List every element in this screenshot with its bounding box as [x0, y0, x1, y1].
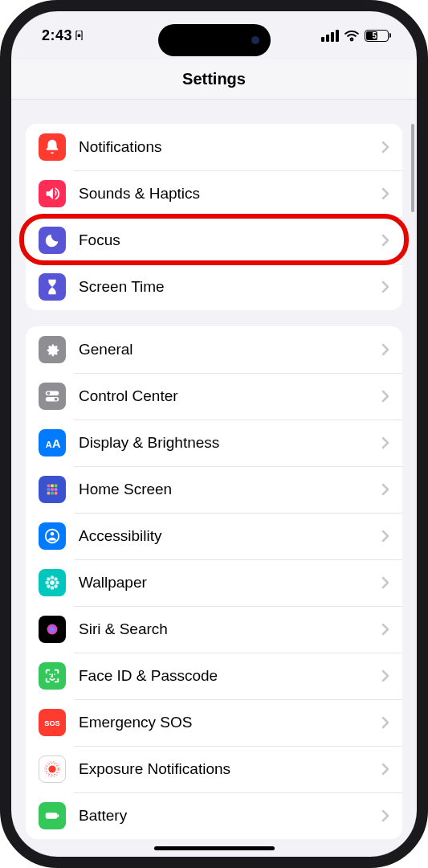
svg-point-21 — [51, 575, 55, 579]
row-label: Notifications — [79, 138, 381, 156]
svg-point-18 — [46, 530, 59, 543]
exposure-icon — [39, 755, 66, 783]
moon-icon — [39, 227, 66, 254]
row-label: Emergency SOS — [79, 714, 381, 731]
row-label: Sounds & Haptics — [79, 185, 381, 203]
svg-rect-16 — [51, 492, 54, 495]
settings-row-sounds-haptics[interactable]: Sounds & Haptics — [26, 170, 402, 217]
settings-row-general[interactable]: General — [26, 326, 402, 373]
bell-icon — [39, 133, 66, 161]
settings-row-notifications[interactable]: Notifications — [26, 124, 402, 170]
chevron-right-icon — [381, 234, 389, 247]
svg-rect-10 — [51, 485, 54, 488]
chevron-right-icon — [381, 809, 389, 822]
svg-rect-15 — [47, 492, 51, 495]
settings-row-face-id-passcode[interactable]: Face ID & Passcode — [26, 653, 402, 699]
siri-icon — [39, 616, 66, 643]
settings-row-exposure-notifications[interactable]: Exposure Notifications — [26, 746, 402, 792]
chevron-right-icon — [381, 576, 389, 589]
chevron-right-icon — [381, 763, 389, 776]
volume-up-button — [0, 228, 2, 285]
scroll-indicator — [411, 124, 414, 212]
svg-text:SOS: SOS — [44, 719, 59, 727]
row-label: General — [79, 341, 381, 358]
svg-rect-11 — [55, 485, 58, 488]
sos-icon: SOS — [39, 709, 66, 736]
svg-point-26 — [54, 577, 58, 581]
row-label: Display & Brightness — [79, 434, 381, 452]
chevron-right-icon — [381, 187, 389, 200]
row-label: Face ID & Passcode — [79, 667, 381, 685]
settings-row-siri-search[interactable]: Siri & Search — [26, 606, 402, 653]
svg-rect-1 — [78, 34, 81, 37]
side-button — [0, 172, 2, 201]
svg-rect-17 — [55, 492, 58, 495]
settings-list[interactable]: Notifications Sounds & Haptics Focus Scr… — [11, 100, 417, 857]
svg-point-25 — [47, 577, 51, 581]
svg-rect-38 — [57, 814, 59, 817]
time-text: 2:43 — [42, 27, 72, 44]
settings-row-home-screen[interactable]: Home Screen — [26, 466, 402, 513]
settings-row-accessibility[interactable]: Accessibility — [26, 513, 402, 559]
chevron-right-icon — [381, 390, 389, 403]
volume-down-button — [0, 301, 2, 357]
chevron-right-icon — [381, 436, 389, 449]
battery-percentage: 51 — [372, 31, 381, 40]
row-label: Focus — [79, 231, 381, 249]
svg-point-30 — [47, 624, 58, 635]
status-time: 2:43 — [42, 27, 83, 44]
nav-header: Settings — [11, 59, 417, 100]
faceid-icon — [39, 662, 66, 690]
svg-point-5 — [55, 398, 58, 401]
row-label: Siri & Search — [79, 620, 381, 638]
chevron-right-icon — [381, 483, 389, 496]
settings-row-screen-time[interactable]: Screen Time — [26, 264, 402, 310]
cellular-signal-icon — [321, 30, 339, 42]
hourglass-icon — [39, 273, 66, 301]
svg-point-28 — [54, 584, 58, 588]
home-indicator[interactable] — [154, 846, 275, 850]
wifi-icon — [344, 30, 360, 42]
svg-point-20 — [50, 580, 55, 585]
row-label: Screen Time — [79, 278, 381, 296]
svg-point-31 — [49, 674, 51, 675]
svg-text:A: A — [46, 440, 52, 449]
chevron-right-icon — [381, 716, 389, 729]
settings-row-display-brightness[interactable]: AA Display & Brightness — [26, 420, 402, 466]
row-label: Exposure Notifications — [79, 760, 381, 778]
speaker-icon — [39, 180, 66, 207]
chevron-right-icon — [381, 669, 389, 682]
row-label: Control Center — [79, 387, 381, 405]
svg-point-23 — [45, 581, 49, 585]
svg-point-24 — [55, 581, 59, 585]
svg-text:A: A — [52, 437, 61, 450]
gear-icon — [39, 336, 66, 363]
phone-frame: 2:43 51 Settings Notifications — [0, 0, 428, 868]
settings-row-wallpaper[interactable]: Wallpaper — [26, 559, 402, 606]
row-label: Home Screen — [79, 481, 381, 498]
svg-rect-13 — [51, 488, 54, 491]
chevron-right-icon — [381, 280, 389, 293]
settings-row-battery[interactable]: Battery — [26, 792, 402, 839]
svg-point-34 — [48, 765, 55, 772]
person-circle-icon — [39, 522, 66, 550]
chevron-right-icon — [381, 343, 389, 356]
svg-point-32 — [54, 674, 55, 675]
chevron-right-icon — [381, 141, 389, 154]
settings-row-control-center[interactable]: Control Center — [26, 373, 402, 420]
chevron-right-icon — [381, 623, 389, 636]
battery-icon: 51 — [365, 30, 391, 42]
settings-row-emergency-sos[interactable]: SOS Emergency SOS — [26, 699, 402, 746]
settings-group: General Control Center AA Display & Brig… — [26, 326, 402, 839]
svg-point-27 — [47, 584, 51, 588]
svg-point-22 — [51, 586, 55, 590]
lock-orientation-icon — [75, 31, 83, 41]
row-label: Battery — [79, 807, 381, 825]
settings-row-focus[interactable]: Focus — [26, 217, 402, 264]
toggles-icon — [39, 383, 66, 410]
battery-icon — [39, 802, 66, 829]
svg-rect-37 — [46, 813, 58, 818]
chevron-right-icon — [381, 530, 389, 542]
svg-rect-9 — [47, 485, 51, 488]
grid-icon — [39, 476, 66, 503]
